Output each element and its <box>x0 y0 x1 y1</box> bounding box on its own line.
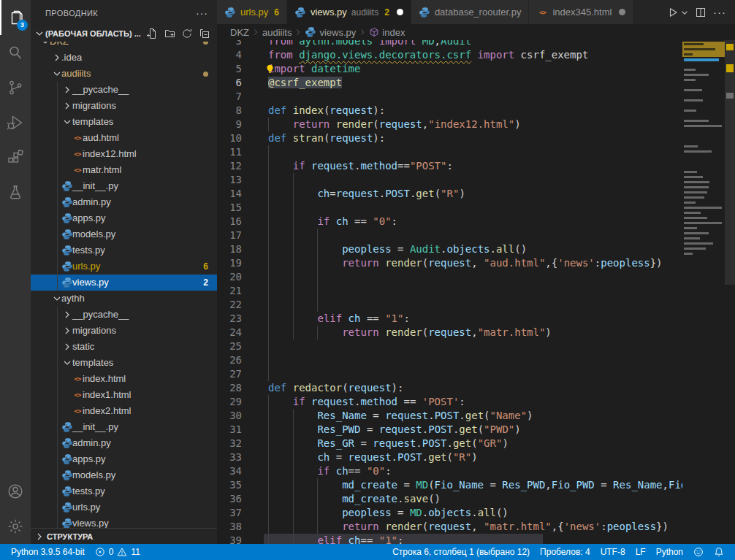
code-line-16[interactable]: 16 if ch == "0": <box>217 215 735 229</box>
tree-item-static[interactable]: static <box>31 339 217 355</box>
tree-item-audiiits[interactable]: audiiits <box>31 66 217 82</box>
tree-item-__init__.py[interactable]: __init__.py <box>31 178 217 194</box>
tree-item-views.py[interactable]: views.py2 <box>31 275 217 291</box>
status-indentation[interactable]: Пробелов: 4 <box>535 544 595 560</box>
minimap[interactable] <box>682 40 725 544</box>
tree-item-__init__.py[interactable]: __init__.py <box>31 419 217 435</box>
refresh-explorer-button[interactable] <box>180 27 194 40</box>
code-line-7[interactable]: 7 <box>217 90 735 104</box>
status-encoding[interactable]: UTF-8 <box>595 544 631 560</box>
tree-item-models.py[interactable]: models.py <box>31 226 217 242</box>
code-line-9[interactable]: 9 return render(request,"index12.html") <box>217 118 735 131</box>
tree-item-index2.html[interactable]: <>index2.html <box>31 403 217 419</box>
tab-urls.py[interactable]: urls.py6 <box>217 0 287 24</box>
breadcrumb-item-views.py[interactable]: views.py <box>305 26 356 38</box>
tree-item-__pycache__[interactable]: __pycache__ <box>31 307 217 323</box>
code-line-10[interactable]: 10def stran(request): <box>217 131 735 145</box>
status-python-interpreter[interactable]: Python 3.9.5 64-bit <box>6 544 90 560</box>
workspace-section-header[interactable]: (РАБОЧАЯ ОБЛАСТЬ) ... <box>31 26 217 42</box>
code-line-39[interactable]: 39 elif ch== "1": <box>217 534 735 544</box>
run-button-icon[interactable] <box>665 4 681 20</box>
tab-database_roouter.py[interactable]: database_roouter.py <box>411 0 530 24</box>
code-line-37[interactable]: 37 peopless = MD.objects.all() <box>217 506 735 520</box>
run-debug-icon[interactable] <box>0 105 31 140</box>
tree-item-templates[interactable]: templates <box>31 114 217 130</box>
code-line-18[interactable]: 18 peopless = Audit.objects.all() <box>217 242 735 256</box>
code-line-3[interactable]: 3from aythh.models import MD,Audit <box>217 40 735 48</box>
tree-item-matr.html[interactable]: <>matr.html <box>31 162 217 178</box>
tree-item-aud.html[interactable]: <>aud.html <box>31 130 217 146</box>
code-line-36[interactable]: 36 md_create.save() <box>217 492 735 506</box>
new-file-button[interactable] <box>145 27 159 40</box>
modified-dot-icon[interactable] <box>397 9 403 15</box>
tree-item-.idea[interactable]: .idea <box>31 50 217 66</box>
breadcrumb-item-audiiits[interactable]: audiiits <box>262 27 292 38</box>
account-icon[interactable] <box>0 474 31 509</box>
explorer-more-actions-icon[interactable]: ··· <box>196 7 208 19</box>
code-line-23[interactable]: 23 elif ch == "1": <box>217 312 735 326</box>
code-line-31[interactable]: 31 Res_PWD = request.POST.get("PWD") <box>217 423 735 437</box>
tree-item-DKZ[interactable]: DKZ <box>31 42 217 50</box>
testing-icon[interactable] <box>0 175 31 210</box>
tree-item-index1.html[interactable]: <>index1.html <box>31 387 217 403</box>
explorer-icon[interactable]: 3 <box>0 0 31 35</box>
code-line-38[interactable]: 38 return render(request, "matr.html",{'… <box>217 520 735 534</box>
tree-item-templates[interactable]: templates <box>31 355 217 371</box>
code-line-4[interactable]: 4from django.views.decorators.csrf impor… <box>217 48 735 62</box>
code-line-12[interactable]: 12 if request.method=="POST": <box>217 159 735 173</box>
code-line-20[interactable]: 20 <box>217 270 735 284</box>
code-line-17[interactable]: 17 <box>217 229 735 242</box>
code-line-33[interactable]: 33 ch = request.POST.get("R") <box>217 450 735 464</box>
code-line-19[interactable]: 19 return render(request, "aud.html",{'n… <box>217 256 735 270</box>
editor-more-actions-icon[interactable]: ··· <box>712 4 728 20</box>
tree-item-index12.html[interactable]: <>index12.html <box>31 146 217 162</box>
status-cursor-position[interactable]: Строка 6, столбец 1 (выбрано 12) <box>387 544 535 560</box>
code-line-27[interactable]: 27 <box>217 367 735 381</box>
extensions-icon[interactable] <box>0 140 31 175</box>
code-line-22[interactable]: 22 <box>217 298 735 312</box>
tree-item-__pycache__[interactable]: __pycache__ <box>31 82 217 98</box>
code-line-32[interactable]: 32 Res_GR = request.POST.get("GR") <box>217 437 735 450</box>
tab-index345.html[interactable]: <>index345.html <box>529 0 633 24</box>
code-line-14[interactable]: 14 ch=request.POST.get("R") <box>217 187 735 201</box>
status-problems[interactable]: 011 <box>90 544 145 560</box>
tree-item-migrations[interactable]: migrations <box>31 98 217 114</box>
search-icon[interactable] <box>0 35 31 70</box>
tree-item-admin.py[interactable]: admin.py <box>31 435 217 451</box>
code-line-11[interactable]: 11 <box>217 145 735 159</box>
code-line-26[interactable]: 26 <box>217 353 735 367</box>
tree-item-index.html[interactable]: <>index.html <box>31 371 217 387</box>
tree-item-aythh[interactable]: aythh <box>31 291 217 307</box>
code-line-35[interactable]: 35 md_create = MD(Fio_Name = Res_PWD,Fio… <box>217 478 735 492</box>
editor-scrollbar[interactable] <box>725 40 735 285</box>
code-line-13[interactable]: 13 <box>217 173 735 187</box>
code-line-6[interactable]: 6@csrf_exempt <box>217 76 735 90</box>
breadcrumb-item-DKZ[interactable]: DKZ <box>230 27 249 38</box>
code-editor[interactable]: 3from aythh.models import MD,Audit4from … <box>217 40 735 544</box>
code-line-30[interactable]: 30 Res_Name = request.POST.get("Name") <box>217 409 735 423</box>
breadcrumb-item-index[interactable]: index <box>369 27 405 38</box>
code-line-8[interactable]: 8def index(request): <box>217 104 735 118</box>
tree-item-tests.py[interactable]: tests.py <box>31 242 217 258</box>
lightbulb-icon[interactable] <box>265 64 275 77</box>
tree-item-apps.py[interactable]: apps.py <box>31 210 217 226</box>
code-line-25[interactable]: 25 <box>217 340 735 353</box>
code-line-15[interactable]: 15 <box>217 201 735 215</box>
code-line-34[interactable]: 34 if ch== "0": <box>217 464 735 478</box>
settings-icon[interactable] <box>0 509 31 544</box>
tree-item-urls.py[interactable]: urls.py <box>31 499 217 515</box>
code-line-5[interactable]: 5import datetime <box>217 62 735 76</box>
tree-item-migrations[interactable]: migrations <box>31 323 217 339</box>
code-line-28[interactable]: 28def redactor(request): <box>217 381 735 395</box>
status-notifications[interactable] <box>709 544 729 560</box>
code-line-24[interactable]: 24 return render(request,"matr.html") <box>217 326 735 340</box>
code-line-29[interactable]: 29 if request.method == 'POST': <box>217 395 735 409</box>
tree-item-urls.py[interactable]: urls.py6 <box>31 258 217 275</box>
modified-dot-icon[interactable] <box>619 9 625 15</box>
source-control-icon[interactable] <box>0 70 31 105</box>
tree-item-models.py[interactable]: models.py <box>31 467 217 483</box>
collapse-folders-button[interactable] <box>198 27 211 40</box>
tab-views.py[interactable]: views.pyaudiiits2 <box>287 0 411 24</box>
tree-item-views.py[interactable]: views.py <box>31 515 217 528</box>
tree-item-admin.py[interactable]: admin.py <box>31 194 217 210</box>
